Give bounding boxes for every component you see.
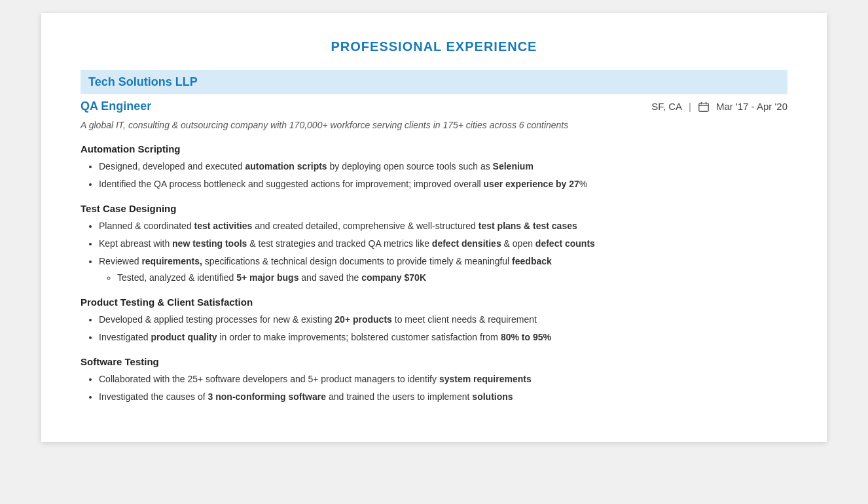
resume-container: PROFESSIONAL EXPERIENCE Tech Solutions L… bbox=[41, 13, 827, 442]
skill-section-product-testing: Product Testing & Client Satisfaction De… bbox=[81, 297, 787, 344]
job-location: SF, CA bbox=[651, 101, 682, 112]
list-item: Collaborated with the 25+ software devel… bbox=[99, 372, 787, 386]
list-item: Developed & applied testing processes fo… bbox=[99, 313, 787, 327]
list-item: Investigated the causes of 3 non-conform… bbox=[99, 390, 787, 404]
list-item: Reviewed requirements, specifications & … bbox=[99, 255, 787, 285]
list-item: Planned & coordinated test activities an… bbox=[99, 219, 787, 233]
separator: | bbox=[689, 101, 691, 112]
product-testing-bullet-list: Developed & applied testing processes fo… bbox=[99, 313, 787, 344]
section-title: PROFESSIONAL EXPERIENCE bbox=[81, 39, 787, 54]
job-title-row: QA Engineer SF, CA | Mar '17 - Apr '20 bbox=[81, 99, 787, 113]
skill-heading-automation: Automation Scripting bbox=[81, 143, 787, 154]
automation-bullet-list: Designed, developed and executed automat… bbox=[99, 160, 787, 191]
list-item: Tested, analyzed & identified 5+ major b… bbox=[117, 271, 787, 285]
list-item: Kept abreast with new testing tools & te… bbox=[99, 237, 787, 251]
job-title: QA Engineer bbox=[81, 99, 151, 113]
skill-section-software-testing: Software Testing Collaborated with the 2… bbox=[81, 356, 787, 404]
job-location-date: SF, CA | Mar '17 - Apr '20 bbox=[651, 101, 787, 113]
job-date-range: Mar '17 - Apr '20 bbox=[716, 101, 787, 112]
test-case-bullet-list: Planned & coordinated test activities an… bbox=[99, 219, 787, 285]
skill-heading-software-testing: Software Testing bbox=[81, 356, 787, 367]
list-item: Designed, developed and executed automat… bbox=[99, 160, 787, 173]
sub-bullet-list: Tested, analyzed & identified 5+ major b… bbox=[117, 271, 787, 285]
company-name: Tech Solutions LLP bbox=[88, 75, 198, 88]
skill-heading-test-case: Test Case Designing bbox=[81, 203, 787, 214]
skill-heading-product-testing: Product Testing & Client Satisfaction bbox=[81, 297, 787, 308]
software-testing-bullet-list: Collaborated with the 25+ software devel… bbox=[99, 372, 787, 404]
svg-rect-0 bbox=[699, 103, 708, 111]
list-item: Identified the QA process bottleneck and… bbox=[99, 177, 787, 191]
skill-section-automation: Automation Scripting Designed, developed… bbox=[81, 143, 787, 191]
calendar-icon bbox=[698, 101, 710, 113]
list-item: Investigated product quality in order to… bbox=[99, 331, 787, 344]
skill-section-test-case: Test Case Designing Planned & coordinate… bbox=[81, 203, 787, 285]
company-header: Tech Solutions LLP bbox=[81, 70, 787, 94]
company-description: A global IT, consulting & outsourcing co… bbox=[81, 120, 787, 130]
